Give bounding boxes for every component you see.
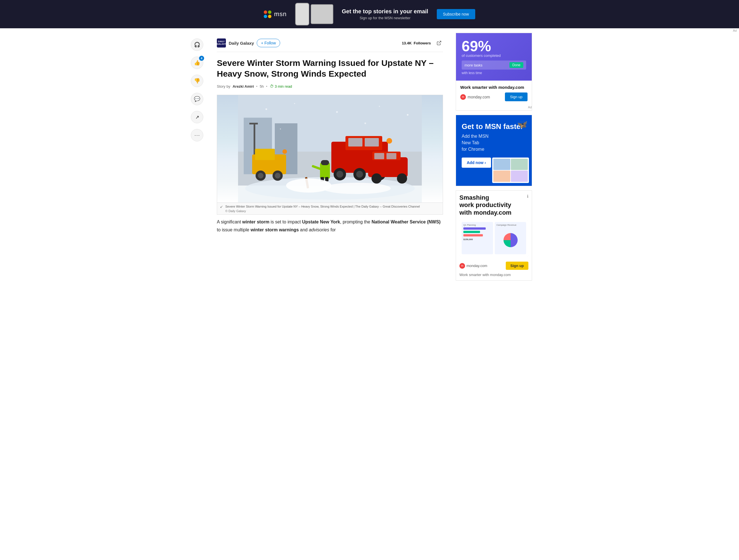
screen-thumb-3 — [493, 170, 510, 182]
share-icon: ↗ — [195, 115, 199, 120]
publisher-right: 13.4K Followers — [402, 39, 443, 47]
followers-label: Followers — [414, 41, 431, 45]
monday-brand-name: monday.com — [468, 95, 490, 99]
mock-amount: $150,000 — [463, 238, 491, 241]
subscribe-button[interactable]: Subscribe now — [437, 9, 475, 19]
chrome-screen-mockup — [492, 157, 529, 183]
screen-thumb-2 — [511, 159, 528, 170]
svg-point-13 — [258, 173, 264, 178]
svg-line-0 — [439, 41, 441, 43]
ad-info-icon[interactable]: ℹ — [527, 194, 529, 198]
article-meta: Story by Arezki Amiri • 5h • ⏱ 3 min rea… — [217, 84, 443, 89]
top-ad-banner: msn Get the top stories in your email Si… — [0, 0, 739, 28]
monday-signup-button[interactable]: Sign up — [505, 93, 528, 101]
follow-button[interactable]: + Follow — [257, 39, 280, 47]
svg-rect-36 — [325, 177, 328, 181]
phone-mockup-2 — [311, 4, 333, 24]
comment-button[interactable]: 💬 — [191, 93, 203, 105]
svg-point-21 — [336, 171, 343, 178]
monday-logo-icon-2: m — [459, 263, 465, 269]
thumbsup-icon: 👍 — [194, 60, 200, 66]
monday-ad2-logo: m monday.com — [459, 263, 487, 269]
screen-thumb-1 — [493, 159, 510, 170]
monday-task-bar: more tasks Done — [462, 60, 526, 69]
msn-chrome-line3: for Chrome — [462, 147, 526, 152]
msn-chrome-add-label: Add now › — [467, 160, 486, 165]
msn-dot-yellow — [268, 15, 271, 18]
monday-task-label: more tasks — [464, 63, 482, 67]
monday-logo: m monday.com — [460, 94, 490, 100]
more-options-button[interactable]: ⋯ — [191, 129, 203, 141]
headphones-button[interactable]: 🎧 — [191, 38, 203, 51]
msn-dot-red — [264, 10, 267, 14]
author-name[interactable]: Arezki Amiri — [233, 84, 254, 89]
main-layout: 🎧 👍 4 👎 💬 ↗ ⋯ DAILY GALAXY Daily Galaxy — [186, 33, 553, 290]
svg-rect-10 — [255, 149, 275, 160]
mock-bar-3 — [463, 234, 483, 237]
phone-mockup-1 — [295, 3, 309, 25]
msn-logo-text: msn — [274, 10, 287, 18]
image-caption-bar: ↙ Severe Winter Storm Warning Issued for… — [217, 202, 443, 215]
snow-scene — [217, 95, 443, 202]
monday-ad1-label: Ad — [456, 106, 532, 109]
followers-count: 13.4K Followers — [402, 41, 431, 45]
article-time: 5h — [260, 84, 264, 89]
image-copyright: © Daily Galaxy — [225, 209, 420, 213]
headphones-icon: 🎧 — [194, 41, 200, 48]
svg-point-26 — [387, 138, 392, 144]
article-body: A significant winter storm is set to imp… — [217, 218, 443, 233]
monday-ad-headline: Work smarter with monday.com — [460, 85, 528, 90]
msn-chrome-headline: Get to MSN faster — [462, 122, 526, 131]
monday-ad-2: Smashing work productivity with monday.c… — [456, 190, 532, 281]
svg-rect-19 — [365, 138, 379, 146]
svg-point-45 — [407, 114, 409, 116]
svg-rect-8 — [249, 123, 258, 124]
more-icon: ⋯ — [194, 132, 200, 139]
publisher-logo: DAILY GALAXY — [217, 38, 226, 47]
monday-done-button[interactable]: Done — [509, 62, 523, 68]
monday-ad2-title-line1: Smashing — [459, 194, 489, 201]
msn-logo: msn — [264, 10, 287, 18]
msn-chrome-ad: 🦋 Get to MSN faster Add the MSN New Tab … — [456, 115, 532, 186]
svg-point-42 — [294, 103, 295, 104]
monday-ad2-header: Smashing work productivity with monday.c… — [456, 191, 532, 218]
monday-ad-bottom-section: Work smarter with monday.com m monday.co… — [456, 81, 532, 106]
svg-rect-34 — [321, 160, 329, 165]
svg-point-47 — [364, 123, 366, 124]
snow-scene-svg — [217, 95, 443, 202]
caption-icon: ↙ — [220, 204, 223, 209]
thumbsup-button[interactable]: 👍 4 — [191, 56, 203, 69]
msn-chrome-add-button[interactable]: Add now › — [462, 157, 491, 168]
share-button[interactable]: ↗ — [191, 111, 203, 123]
monday-ad2-signup-button[interactable]: Sign up — [506, 262, 529, 270]
byline: Story by — [217, 84, 231, 89]
thumbsdown-button[interactable]: 👎 — [191, 75, 203, 87]
publisher-logo-text: DAILY GALAXY — [216, 40, 226, 45]
publisher-header: DAILY GALAXY Daily Galaxy + Follow 13.4K… — [217, 38, 443, 52]
msn-dot-green — [268, 10, 271, 14]
msn-chrome-logo: 🦋 — [517, 119, 528, 129]
thumbsup-badge: 4 — [199, 56, 204, 61]
svg-rect-32 — [387, 153, 396, 159]
followers-number: 13.4K — [402, 41, 412, 45]
monday-ad2-footer: m monday.com Sign up — [456, 259, 532, 273]
article-title: Severe Winter Storm Warning Issued for U… — [217, 58, 443, 79]
external-link-button[interactable] — [435, 39, 443, 47]
msn-chrome-line2: New Tab — [462, 140, 526, 145]
svg-point-30 — [397, 173, 407, 183]
svg-point-15 — [282, 149, 287, 154]
mock-pie-chart — [503, 233, 518, 247]
mock-revenue-label: Campaign Revenue — [496, 224, 525, 226]
mock-right-panel: Campaign Revenue — [495, 222, 526, 254]
read-time: ⏱ 3 min read — [270, 84, 292, 89]
monday-subtext: of customers completed — [462, 53, 526, 58]
monday-work-text: Work smarter with monday.com — [456, 273, 532, 280]
svg-point-43 — [336, 111, 338, 113]
monday-less-time: with less time — [462, 71, 526, 75]
monday-ad2-title: Smashing work productivity with monday.c… — [459, 194, 511, 217]
monday-ad-top-section: 69% of customers completed more tasks Do… — [456, 33, 532, 81]
article-area: DAILY GALAXY Daily Galaxy + Follow 13.4K… — [208, 33, 451, 290]
article-paragraph-1: A significant winter storm is set to imp… — [217, 218, 443, 233]
publisher-left: DAILY GALAXY Daily Galaxy + Follow — [217, 38, 280, 47]
mock-bar-1 — [463, 228, 486, 230]
